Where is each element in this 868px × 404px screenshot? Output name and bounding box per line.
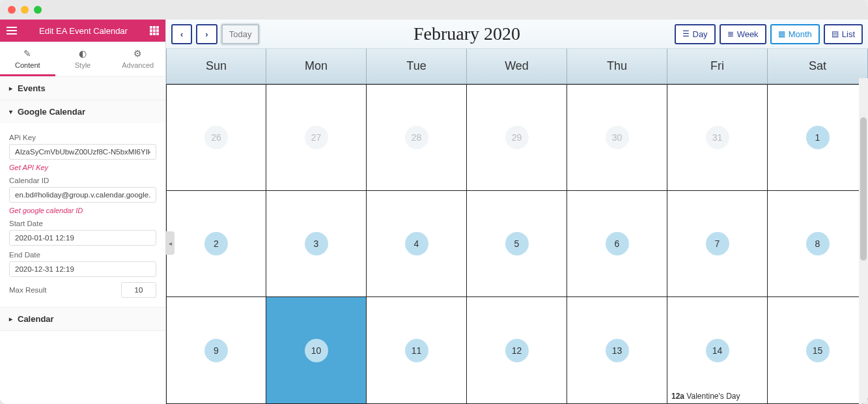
menu-lines-icon: ☰ xyxy=(682,29,690,38)
end-date-input[interactable] xyxy=(9,261,156,277)
calendar-grid: SunMonTueWedThuFriSat 262728293031123456… xyxy=(166,49,868,404)
tab-label: Content xyxy=(15,61,40,69)
close-dot[interactable] xyxy=(8,6,16,14)
section-title: Google Calendar xyxy=(18,107,85,117)
calendar-day-cell[interactable]: 2 xyxy=(166,191,266,298)
tab-style[interactable]: ◐ Style xyxy=(55,42,111,76)
api-key-input[interactable] xyxy=(9,144,156,160)
weekday-label: Wed xyxy=(467,49,567,84)
day-number: 10 xyxy=(305,339,328,362)
weekday-label: Tue xyxy=(367,49,467,84)
weekday-header: SunMonTueWedThuFriSat xyxy=(166,49,868,84)
contrast-icon: ◐ xyxy=(55,48,111,59)
calendar-day-cell[interactable]: 7 xyxy=(667,191,768,298)
calendar-day-cell[interactable]: 27 xyxy=(266,84,367,191)
section-events[interactable]: ▸ Events xyxy=(0,77,165,100)
day-number: 27 xyxy=(305,126,328,149)
view-day-button[interactable]: ☰Day xyxy=(675,24,716,44)
chevron-right-icon: › xyxy=(205,29,208,39)
view-week-button[interactable]: ≣Week xyxy=(720,24,766,44)
collapse-sidebar-button[interactable]: ◂ xyxy=(165,231,175,255)
calendar-day-cell[interactable]: 3 xyxy=(266,191,367,298)
calendar-day-cell[interactable]: 1 xyxy=(768,84,868,191)
calendar-toolbar: ‹ › Today February 2020 ☰Day ≣Week ▦Mont… xyxy=(166,20,868,49)
pencil-icon: ✎ xyxy=(0,48,55,59)
calendar-day-cell[interactable]: 13 xyxy=(567,297,667,404)
today-label: Today xyxy=(229,29,252,39)
weekday-label: Sat xyxy=(768,49,868,84)
day-number: 3 xyxy=(305,232,328,255)
today-button[interactable]: Today xyxy=(221,24,260,44)
calendar-week: 2627282930311 xyxy=(166,84,868,191)
calendar-day-cell[interactable]: 9 xyxy=(166,297,266,404)
tab-label: Advanced xyxy=(122,61,154,69)
calendar-event[interactable]: 12a Valentine's Day xyxy=(671,392,763,401)
weekday-label: Thu xyxy=(567,49,667,84)
day-number: 26 xyxy=(204,126,228,149)
day-number: 6 xyxy=(606,232,629,255)
max-result-label: Max Result xyxy=(9,286,47,294)
tab-label: Style xyxy=(75,61,91,69)
editor-sidebar: Edit EA Event Calendar ✎ Content ◐ Style… xyxy=(0,20,166,404)
calendar-day-cell[interactable]: 6 xyxy=(567,191,667,298)
day-number: 11 xyxy=(405,339,428,362)
day-number: 1 xyxy=(806,126,830,149)
calendar-day-cell[interactable]: 12 xyxy=(467,297,567,404)
day-number: 30 xyxy=(606,126,629,149)
prev-button[interactable]: ‹ xyxy=(171,24,192,44)
sidebar-header: Edit EA Event Calendar xyxy=(0,20,165,42)
calendar-day-cell[interactable]: 26 xyxy=(166,84,266,191)
calendar-day-cell[interactable]: 31 xyxy=(667,84,768,191)
maximize-dot[interactable] xyxy=(34,6,42,14)
calendar-day-cell[interactable]: 11 xyxy=(367,297,467,404)
calendar-day-cell[interactable]: 8 xyxy=(768,191,868,298)
calendar-area: ‹ › Today February 2020 ☰Day ≣Week ▦Mont… xyxy=(166,20,868,404)
caret-right-icon: ▸ xyxy=(9,315,12,323)
day-number: 31 xyxy=(706,126,729,149)
get-calendar-id-link[interactable]: Get google calendar ID xyxy=(9,207,156,214)
section-title: Calendar xyxy=(18,314,54,324)
calendar-day-cell[interactable]: 5 xyxy=(467,191,567,298)
calendar-day-cell[interactable]: 10 xyxy=(266,297,367,404)
view-list-button[interactable]: ▤List xyxy=(824,24,863,44)
calendar-day-cell[interactable]: 4 xyxy=(367,191,467,298)
day-number: 4 xyxy=(405,232,428,255)
widgets-icon[interactable] xyxy=(150,26,159,35)
day-number: 13 xyxy=(606,339,629,362)
weekday-label: Mon xyxy=(266,49,367,84)
calendar-id-input[interactable] xyxy=(9,187,156,203)
calendar-week: 9101112131412a Valentine's Day15 xyxy=(166,297,868,404)
calendar-day-cell[interactable]: 15 xyxy=(768,297,868,404)
next-button[interactable]: › xyxy=(196,24,217,44)
calendar-day-cell[interactable]: 29 xyxy=(467,84,567,191)
window-titlebar xyxy=(0,0,868,20)
tab-content[interactable]: ✎ Content xyxy=(0,42,55,76)
grid-icon: ▦ xyxy=(778,29,785,38)
day-number: 5 xyxy=(505,232,529,255)
calendar-title: February 2020 xyxy=(264,23,669,44)
day-number: 14 xyxy=(706,339,729,362)
calendar-day-cell[interactable]: 30 xyxy=(567,84,667,191)
minimize-dot[interactable] xyxy=(21,6,29,14)
section-google-calendar[interactable]: ▾ Google Calendar xyxy=(0,100,165,123)
get-api-key-link[interactable]: Get API Key xyxy=(9,164,156,171)
section-calendar[interactable]: ▸ Calendar xyxy=(0,308,165,330)
caret-down-icon: ▾ xyxy=(9,108,12,115)
menu-icon[interactable] xyxy=(7,27,17,35)
calendar-day-cell[interactable]: 28 xyxy=(367,84,467,191)
list-icon: ▤ xyxy=(832,29,839,38)
start-date-input[interactable] xyxy=(9,230,156,246)
gear-icon: ⚙ xyxy=(110,48,165,59)
vertical-scrollbar[interactable] xyxy=(859,78,868,404)
day-number: 2 xyxy=(204,232,228,255)
calendar-weeks: 262728293031123456789101112131412a Valen… xyxy=(166,84,868,404)
calendar-day-cell[interactable]: 1412a Valentine's Day xyxy=(667,297,768,404)
max-result-input[interactable] xyxy=(121,282,156,298)
list-bullets-icon: ≣ xyxy=(727,29,734,38)
weekday-label: Fri xyxy=(667,49,768,84)
scrollbar-thumb[interactable] xyxy=(860,117,867,261)
tab-advanced[interactable]: ⚙ Advanced xyxy=(110,42,165,76)
day-number: 7 xyxy=(706,232,729,255)
sidebar-title: Edit EA Event Calendar xyxy=(39,26,128,36)
view-month-button[interactable]: ▦Month xyxy=(770,24,820,44)
